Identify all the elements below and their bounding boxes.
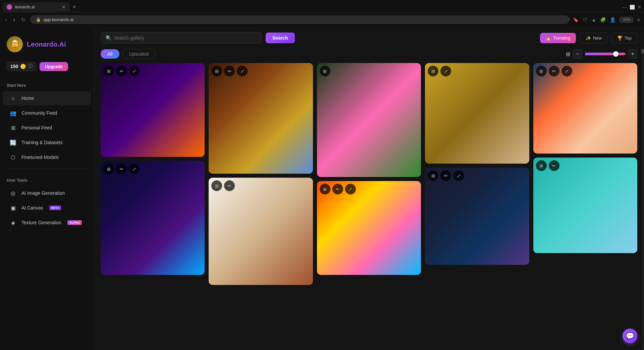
expand-button-floral[interactable]: ⤢ bbox=[561, 66, 572, 76]
trophy-icon: 🏆 bbox=[617, 36, 623, 41]
gallery-item-koala[interactable]: ⊞ ✏ bbox=[533, 158, 637, 253]
remix-button-koala[interactable]: ⊞ bbox=[536, 160, 547, 171]
expand-button-lion[interactable]: ⤢ bbox=[345, 184, 356, 194]
expand-button-tree[interactable]: ⤢ bbox=[129, 164, 140, 174]
back-button[interactable]: ‹ bbox=[4, 15, 8, 24]
expand-button-rocket[interactable]: ⤢ bbox=[129, 66, 140, 76]
app-container: 🧝 Leonardo.Ai 150 🪙 ⓘ Upgrade Start Here… bbox=[0, 27, 644, 350]
gallery-item-chihuahua[interactable]: ⊞ ✏ bbox=[209, 178, 313, 285]
search-input[interactable] bbox=[114, 35, 257, 41]
sidebar-item-ai-image-generation[interactable]: ◎ AI Image Generation bbox=[3, 186, 91, 200]
bookmark-icon[interactable]: 🔖 bbox=[573, 17, 579, 22]
vpn-badge[interactable]: VPN bbox=[620, 17, 633, 23]
edit-button-rocket[interactable]: ✏ bbox=[116, 66, 127, 76]
gallery-item-tree[interactable]: ⊞ ✏ ⤢ bbox=[101, 161, 205, 275]
edit-button-lion[interactable]: ✏ bbox=[332, 184, 343, 194]
gallery-item-hieroglyph[interactable]: ⊞ ⤢ bbox=[425, 63, 529, 164]
sidebar-item-personal-label: Personal Feed bbox=[21, 125, 52, 130]
remix-button-chihuahua[interactable]: ⊞ bbox=[211, 180, 222, 191]
alpha-badge: ALPHA bbox=[67, 220, 82, 225]
edit-button-woman[interactable]: ✏ bbox=[224, 66, 235, 76]
edit-button-floral[interactable]: ✏ bbox=[549, 66, 559, 76]
address-bar: ‹ › ↻ 🔒 app.leonardo.ai 🔖 🛡 ▲ 🧩 👤 VPN ≡ bbox=[0, 12, 644, 27]
filter-upscaled-button[interactable]: Upscaled bbox=[122, 49, 156, 59]
gallery-overlay-chihuahua: ⊞ ✏ bbox=[211, 180, 310, 191]
texture-icon: ◈ bbox=[9, 219, 17, 226]
gallery-overlay-warrior: ⊞ ✏ ⤢ bbox=[428, 170, 526, 181]
remix-button-pinkwoman[interactable]: ⊞ bbox=[320, 66, 330, 76]
search-button[interactable]: Search bbox=[266, 33, 295, 43]
extension-icon[interactable]: 🧩 bbox=[600, 17, 606, 22]
maximize-button[interactable]: ⬜ bbox=[630, 5, 635, 10]
gallery-overlay-rocket: ⊞ ✏ ⤢ bbox=[103, 66, 202, 76]
shield-icon[interactable]: 🛡 bbox=[583, 17, 587, 22]
search-icon: 🔍 bbox=[106, 35, 111, 41]
sidebar-item-community-feed[interactable]: 👥 Community Feed bbox=[3, 106, 91, 120]
active-tab[interactable]: leonardo.ai ✕ bbox=[3, 2, 70, 12]
gallery-image-koala bbox=[533, 158, 637, 253]
remix-button-hieroglyph[interactable]: ⊞ bbox=[428, 66, 438, 76]
toolbar-icons: 🔖 🛡 ▲ 🧩 👤 VPN ≡ bbox=[573, 17, 640, 23]
remix-button-rocket[interactable]: ⊞ bbox=[103, 66, 114, 76]
chat-button[interactable]: 💬 bbox=[623, 329, 637, 343]
sidebar-item-texture-generation[interactable]: ◈ Texture Generation ALPHA bbox=[3, 216, 91, 230]
sidebar-item-personal-feed[interactable]: ⊞ Personal Feed bbox=[3, 121, 91, 135]
expand-button-woman[interactable]: ⤢ bbox=[237, 66, 248, 76]
edit-button-koala[interactable]: ✏ bbox=[549, 160, 559, 171]
gallery-item-pinkwoman[interactable]: ⊞ bbox=[317, 63, 421, 177]
gallery-item-floral[interactable]: ⊞ ✏ ⤢ bbox=[533, 63, 637, 154]
forward-button[interactable]: › bbox=[12, 15, 16, 24]
remix-button-woman[interactable]: ⊞ bbox=[211, 66, 222, 76]
grid-view-icon[interactable]: ⊞ bbox=[566, 51, 570, 57]
help-icon[interactable]: ⓘ bbox=[28, 63, 33, 69]
sort-trending-button[interactable]: 🔥 Trending bbox=[540, 33, 576, 43]
triangle-icon[interactable]: ▲ bbox=[591, 17, 596, 22]
logo-avatar: 🧝 bbox=[7, 36, 23, 52]
zoom-out-button[interactable]: − bbox=[573, 49, 582, 59]
expand-button-warrior[interactable]: ⤢ bbox=[453, 170, 464, 181]
gallery-grid: ⊞ ✏ ⤢ ⊞ ✏ ⤢ ⊞ bbox=[101, 63, 637, 285]
address-input[interactable]: 🔒 app.leonardo.ai bbox=[30, 15, 570, 24]
profile-icon[interactable]: 👤 bbox=[610, 17, 615, 22]
upgrade-button[interactable]: Upgrade bbox=[40, 62, 68, 71]
minimize-button[interactable]: — bbox=[623, 5, 627, 10]
gallery-item-rocket[interactable]: ⊞ ✏ ⤢ bbox=[101, 63, 205, 157]
new-tab-button[interactable]: + bbox=[72, 4, 76, 11]
expand-button-hieroglyph[interactable]: ⤢ bbox=[440, 66, 451, 76]
sidebar-item-finetuned-models[interactable]: ⬡ Finetuned Models bbox=[3, 150, 91, 164]
edit-button-chihuahua[interactable]: ✏ bbox=[224, 180, 235, 191]
edit-button-warrior[interactable]: ✏ bbox=[440, 170, 451, 181]
gallery-overlay-hieroglyph: ⊞ ⤢ bbox=[428, 66, 526, 76]
sidebar-logo: 🧝 Leonardo.Ai bbox=[0, 32, 94, 59]
zoom-slider[interactable] bbox=[585, 53, 625, 55]
refresh-button[interactable]: ↻ bbox=[20, 15, 27, 24]
zoom-in-button[interactable]: + bbox=[628, 49, 637, 59]
search-box[interactable]: 🔍 bbox=[101, 32, 262, 44]
edit-button-tree[interactable]: ✏ bbox=[116, 164, 127, 174]
gallery-image-hieroglyph bbox=[425, 63, 529, 164]
gallery-overlay-koala: ⊞ ✏ bbox=[536, 160, 635, 171]
remix-button-floral[interactable]: ⊞ bbox=[536, 66, 547, 76]
gallery-item-warrior[interactable]: ⊞ ✏ ⤢ bbox=[425, 168, 529, 265]
sidebar-item-training-datasets[interactable]: 🔄 Training & Datasets bbox=[3, 135, 91, 150]
gallery-item-woman[interactable]: ⊞ ✏ ⤢ bbox=[209, 63, 313, 174]
logo-text: Leonardo.Ai bbox=[27, 41, 66, 48]
remix-button-tree[interactable]: ⊞ bbox=[103, 164, 114, 174]
lock-icon: 🔒 bbox=[36, 17, 41, 22]
remix-button-warrior[interactable]: ⊞ bbox=[428, 170, 438, 181]
menu-icon[interactable]: ≡ bbox=[637, 17, 640, 22]
sidebar-item-ai-canvas[interactable]: ▣ AI Canvas BETA bbox=[3, 201, 91, 215]
training-icon: 🔄 bbox=[9, 139, 17, 146]
gallery-item-lion[interactable]: ⊞ ✏ ⤢ bbox=[317, 181, 421, 275]
close-button[interactable]: ✕ bbox=[638, 5, 641, 10]
ai-image-icon: ◎ bbox=[9, 189, 17, 197]
remix-button-lion[interactable]: ⊞ bbox=[320, 184, 330, 194]
sidebar-item-home[interactable]: ⌂ Home bbox=[3, 91, 91, 105]
gallery-image-chihuahua bbox=[209, 178, 313, 285]
filter-all-button[interactable]: All bbox=[101, 49, 119, 59]
sort-new-button[interactable]: ✨ New bbox=[580, 33, 607, 43]
sort-top-button[interactable]: 🏆 Top bbox=[611, 33, 637, 43]
sparkle-icon: ✨ bbox=[586, 36, 591, 41]
tab-close-button[interactable]: ✕ bbox=[62, 4, 66, 10]
scrollbar[interactable] bbox=[641, 27, 644, 350]
